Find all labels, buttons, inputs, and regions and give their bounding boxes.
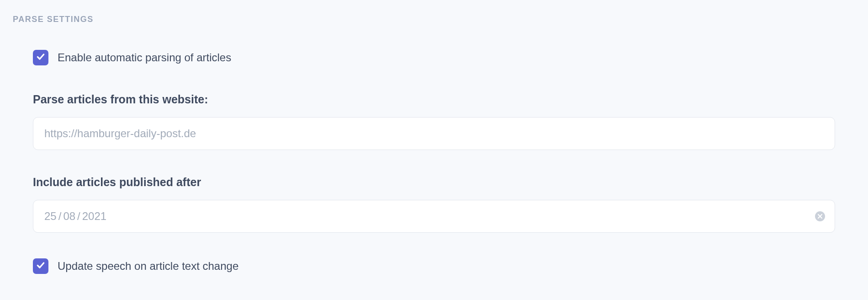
website-label: Parse articles from this website:	[33, 93, 835, 106]
check-icon	[36, 261, 45, 272]
date-day: 25	[44, 210, 57, 223]
clear-date-button[interactable]	[815, 211, 825, 221]
check-icon	[36, 52, 45, 63]
published-after-input[interactable]: 25 / 08 / 2021	[33, 200, 835, 233]
published-after-field-group: Include articles published after 25 / 08…	[33, 176, 835, 233]
update-speech-row: Update speech on article text change	[33, 258, 835, 274]
settings-body: Enable automatic parsing of articles Par…	[0, 24, 868, 274]
enable-parsing-row: Enable automatic parsing of articles	[33, 50, 835, 65]
date-input-wrap: 25 / 08 / 2021	[33, 200, 835, 233]
website-field-group: Parse articles from this website:	[33, 93, 835, 150]
website-input[interactable]	[33, 117, 835, 150]
date-month: 08	[63, 210, 75, 223]
section-header: PARSE SETTINGS	[0, 0, 868, 24]
published-after-label: Include articles published after	[33, 176, 835, 189]
enable-parsing-label: Enable automatic parsing of articles	[58, 51, 231, 64]
update-speech-label: Update speech on article text change	[58, 260, 238, 273]
date-sep-1: /	[58, 210, 62, 223]
date-year: 2021	[82, 210, 106, 223]
close-icon	[818, 212, 822, 220]
date-sep-2: /	[77, 210, 80, 223]
enable-parsing-checkbox[interactable]	[33, 50, 48, 65]
update-speech-checkbox[interactable]	[33, 258, 48, 274]
